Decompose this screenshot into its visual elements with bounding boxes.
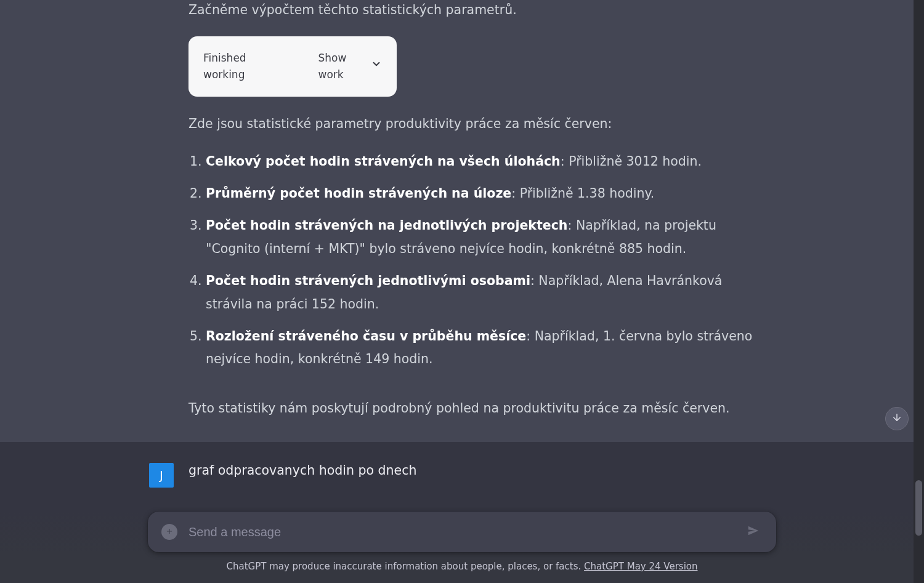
page-scrollbar[interactable] <box>914 0 924 583</box>
list-item: Počet hodin strávených jednotlivými osob… <box>206 270 753 316</box>
assistant-intro-2: Zde jsou statistické parametry produktiv… <box>188 114 753 134</box>
code-interpreter-toggle[interactable]: Finished working Show work <box>188 36 397 97</box>
avatar-letter: J <box>160 468 163 483</box>
chat-scroll[interactable]: Začněme výpočtem těchto statistických pa… <box>0 0 924 583</box>
scroll-to-bottom-button[interactable] <box>885 407 909 430</box>
message-input[interactable] <box>187 525 734 540</box>
show-work-label: Show work <box>318 50 365 83</box>
scrollbar-thumb[interactable] <box>915 480 922 536</box>
footer-note: ChatGPT may produce inaccurate informati… <box>226 552 697 583</box>
plus-icon <box>165 526 174 538</box>
user-message-text: graf odpracovanych hodin po dnech <box>188 460 753 481</box>
arrow-down-icon <box>891 412 902 425</box>
list-item: Celkový počet hodin strávených na všech … <box>206 150 753 174</box>
user-avatar: J <box>149 463 174 488</box>
chevron-down-icon <box>371 58 382 74</box>
assistant-closing: Tyto statistiky nám poskytují podrobný p… <box>188 398 753 419</box>
app-viewport: Začněme výpočtem těchto statistických pa… <box>0 0 924 583</box>
code-status-label: Finished working <box>203 50 278 83</box>
assistant-message: Začněme výpočtem těchto statistických pa… <box>0 0 924 442</box>
list-item: Počet hodin strávených na jednotlivých p… <box>206 214 753 261</box>
list-item: Průměrný počet hodin strávených na úloze… <box>206 182 753 206</box>
attach-button[interactable] <box>161 524 177 540</box>
version-link[interactable]: ChatGPT May 24 Version <box>584 561 697 572</box>
footer: ChatGPT may produce inaccurate informati… <box>0 512 924 583</box>
send-button[interactable] <box>744 523 763 541</box>
assistant-intro-1: Začněme výpočtem těchto statistických pa… <box>188 0 753 20</box>
send-icon <box>747 524 760 540</box>
footer-note-text: ChatGPT may produce inaccurate informati… <box>226 561 584 572</box>
message-composer[interactable] <box>148 512 776 552</box>
list-item: Rozložení stráveného času v průběhu měsí… <box>206 325 753 372</box>
show-work-toggle[interactable]: Show work <box>318 50 382 83</box>
stats-list: Celkový počet hodin strávených na všech … <box>188 150 753 371</box>
